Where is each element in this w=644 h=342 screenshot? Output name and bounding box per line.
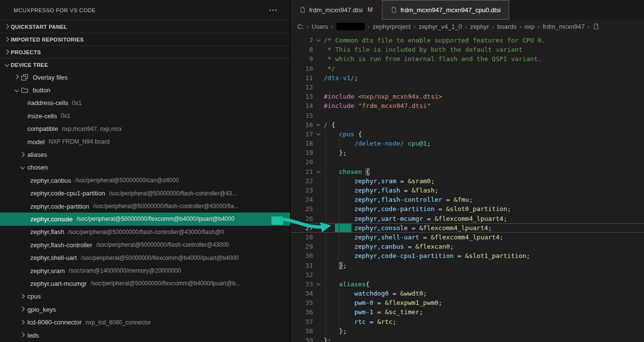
breadcrumb-separator: › (519, 23, 521, 30)
tree-item-cpus[interactable]: cpus (0, 290, 290, 303)
tree-item-name: zephyr,code-cpu1-partition (30, 190, 105, 197)
fold-gutter (313, 73, 324, 83)
code-line-27[interactable]: 27 zephyr,console = &flexcomm4_lpuart4; (291, 223, 644, 233)
code-line-7[interactable]: 7/* Common dts file to enable supported … (291, 36, 644, 45)
tree-item-zephyr-code-partition[interactable]: zephyr,code-partition/soc/peripheral@500… (0, 200, 290, 213)
chevron-right-icon (3, 23, 11, 31)
fold-gutter (313, 307, 324, 317)
line-number: 26 (291, 214, 313, 223)
tree-item-size-cells[interactable]: #size-cells0x1 (0, 109, 290, 122)
line-number: 11 (291, 73, 313, 83)
sidebar-title: MCUXPRESSO FOR VS CODE (14, 7, 96, 13)
fold-gutter (313, 270, 324, 279)
code-line-39[interactable]: 39}; (291, 336, 644, 342)
code-line-12[interactable]: 12 (291, 83, 644, 92)
chevron-placeholder (19, 125, 26, 133)
code-line-29[interactable]: 29 zephyr,canbus = &flexcan0; (291, 242, 644, 251)
tree-item-name: zephyr,shell-uart (30, 254, 77, 261)
tab-frdm-mcxn947-dtsi[interactable]: frdm_mcxn947.dtsiM (291, 0, 382, 20)
tree-item-aliases[interactable]: aliases (0, 148, 290, 161)
code-line-34[interactable]: 34 watchdog0 = &wwdt0; (291, 289, 644, 298)
sidebar-sections: QUICKSTART PANELIMPORTED REPOSITORIESPRO… (0, 20, 290, 342)
section-imported-repositories[interactable]: IMPORTED REPOSITORIES (0, 33, 290, 45)
tree-item-lcd-8080-connector[interactable]: lcd-8080-connectornxp_lcd_8080_connector (0, 316, 290, 328)
code-line-31[interactable]: 31 }; (291, 261, 644, 270)
section-device-tree[interactable]: DEVICE TREE (0, 58, 290, 71)
line-number: 20 (291, 157, 313, 167)
breadcrumb-item-zephyrproject[interactable]: zephyrproject (373, 23, 411, 30)
tree-item-zephyr-sram[interactable]: zephyr,sram/soc/sram@14000000/memory@200… (0, 264, 290, 277)
code-line-11[interactable]: 11/dts-v1/; (291, 73, 644, 83)
tree-item-name: model (27, 138, 44, 146)
tree-item-leds[interactable]: leds (0, 329, 290, 342)
code-line-28[interactable]: 28 zephyr,shell-uart = &flexcomm4_lpuart… (291, 233, 644, 242)
code-line-38[interactable]: 38 }; (291, 326, 644, 336)
code-line-9[interactable]: 9 * which is run from internal flash and… (291, 54, 644, 64)
breadcrumb-item-c[interactable]: C: (297, 23, 304, 30)
tree-item-zephyr-flash-controller[interactable]: zephyr,flash-controller/soc/peripheral@5… (0, 238, 290, 251)
tree-item-zephyr-console[interactable]: zephyr,console/soc/peripheral@50000000/f… (0, 213, 290, 225)
tree-item-compatible[interactable]: compatiblenxp,mcxn947, nxp,mcx (0, 123, 290, 135)
section-quickstart-panel[interactable]: QUICKSTART PANEL (0, 20, 290, 33)
code-line-19[interactable]: 19 }; (291, 148, 644, 157)
tree-item-zephyr-flash[interactable]: zephyr,flash/soc/peripheral@50000000/fla… (0, 226, 290, 238)
code-line-8[interactable]: 8 * This file is included by both the de… (291, 45, 644, 54)
breadcrumb-separator: › (587, 23, 589, 30)
tree-item-value: /soc/peripheral@50000000/flexcomm@b4000/… (81, 255, 238, 261)
code-line-21[interactable]: 21 chosen { (291, 167, 644, 176)
breadcrumb-item-boards[interactable]: boards (497, 23, 517, 30)
code-line-24[interactable]: 24 zephyr,flash-controller = &fmu; (291, 195, 644, 204)
breadcrumb-item-zephyr-v4-1-0[interactable]: zephyr_v4_1_0 (418, 23, 462, 30)
breadcrumb-item-users[interactable]: Users (312, 23, 328, 30)
chevron-placeholder (21, 202, 29, 210)
tree-item-model[interactable]: modelNXP FRDM_N94 board (0, 135, 290, 148)
editor-area: frdm_mcxn947.dtsiMfrdm_mcxn947_mcxn947_c… (291, 0, 644, 342)
section-label: PROJECTS (11, 49, 41, 55)
code-line-10[interactable]: 10 */ (291, 64, 644, 73)
code-text: /delete-node/ cpu@1; (324, 139, 431, 148)
tree-item-address-cells[interactable]: #address-cells0x1 (0, 97, 290, 109)
code-line-15[interactable]: 15 (291, 111, 644, 120)
code-line-35[interactable]: 35 pwm-0 = &flexpwm1_pwm0; (291, 298, 644, 307)
more-actions-icon[interactable]: ⋯ (269, 6, 278, 14)
tree-item-chosen[interactable]: chosen (0, 161, 290, 174)
redacted-username (336, 23, 365, 30)
section-label: IMPORTED REPOSITORIES (11, 37, 84, 43)
breadcrumb-item-nxp[interactable]: nxp (524, 23, 535, 30)
code-line-36[interactable]: 36 pwm-1 = &sc_timer; (291, 307, 644, 317)
code-line-33[interactable]: 33 aliases{ (291, 279, 644, 289)
breadcrumb-item-frdm-mcxn947[interactable]: frdm_mcxn947 (542, 23, 584, 30)
tree-item-overlay-files[interactable]: Overlay files (0, 71, 290, 84)
tree-item-zephyr-code-cpu1-partition[interactable]: zephyr,code-cpu1-partition/soc/periphera… (0, 187, 290, 200)
breadcrumb-item-zephyr[interactable]: zephyr (470, 23, 489, 30)
code-line-30[interactable]: 30 zephyr,code-cpu1-partition = &slot1_p… (291, 251, 644, 260)
code-line-22[interactable]: 22 zephyr,sram = &sram0; (291, 176, 644, 186)
tree-item-button[interactable]: button (0, 84, 290, 96)
code-line-14[interactable]: 14#include "frdm_mcxn947.dtsi" (291, 101, 644, 110)
tree-item-value: nxp_lcd_8080_connector (85, 319, 151, 326)
code-line-32[interactable]: 32 (291, 270, 644, 279)
tree-item-name: zephyr,sram (30, 267, 65, 275)
code-line-17[interactable]: 17 cpus { (291, 129, 644, 139)
code-line-25[interactable]: 25 zephyr,code-partition = &slot0_partit… (291, 204, 644, 214)
code-line-23[interactable]: 23 zephyr,flash = &flash; (291, 186, 644, 195)
code-line-37[interactable]: 37 rtc = &rtc; (291, 317, 644, 326)
tree-item-zephyr-uart-mcumgr[interactable]: zephyr,uart-mcumgr/soc/peripheral@500000… (0, 277, 290, 290)
code-line-26[interactable]: 26 zephyr,uart-mcumgr = &flexcomm4_lpuar… (291, 214, 644, 223)
tree-item-name: leds (27, 332, 39, 339)
code-editor[interactable]: 7/* Common dts file to enable supported … (291, 33, 644, 342)
code-line-13[interactable]: 13#include <nxp/nxp_mcxn94x.dtsi> (291, 92, 644, 101)
line-number: 31 (291, 261, 313, 270)
tree-item-name: cpus (27, 293, 41, 300)
code-line-20[interactable]: 20 (291, 157, 644, 167)
code-line-18[interactable]: 18 /delete-node/ cpu@1; (291, 139, 644, 148)
code-line-16[interactable]: 16/ { (291, 120, 644, 129)
code-text: }; (324, 336, 332, 342)
tree-item-zephyr-canbus[interactable]: zephyr,canbus/soc/peripheral@50000000/ca… (0, 174, 290, 187)
tree-item-zephyr-shell-uart[interactable]: zephyr,shell-uart/soc/peripheral@5000000… (0, 251, 290, 264)
fold-gutter (313, 186, 324, 195)
section-projects[interactable]: PROJECTS (0, 45, 290, 58)
tree-item-gpio-keys[interactable]: gpio_keys (0, 303, 290, 316)
tab-frdm-mcxn947-mcxn947-cpu0-dtsi[interactable]: frdm_mcxn947_mcxn947_cpu0.dtsi (382, 0, 510, 20)
fold-gutter (313, 92, 324, 101)
